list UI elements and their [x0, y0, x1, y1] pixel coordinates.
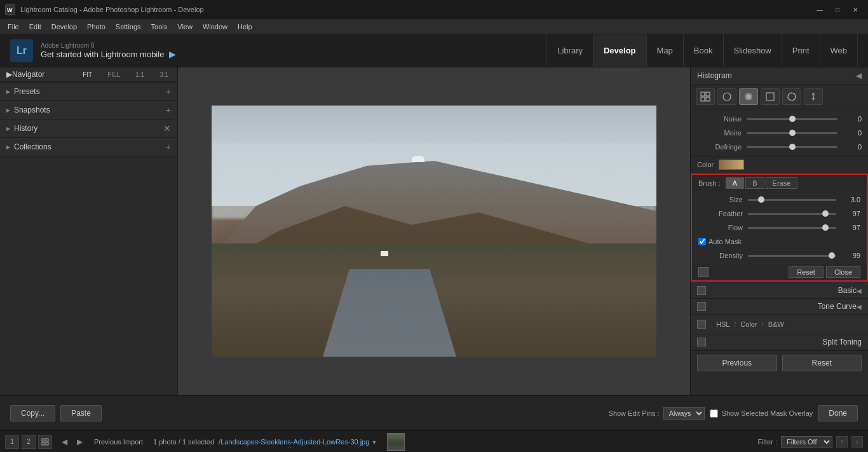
- hsl-label[interactable]: HSL / Color / B&W: [716, 320, 784, 328]
- bw-text[interactable]: B&W: [768, 320, 784, 328]
- flow-slider[interactable]: [748, 227, 836, 229]
- hsl-text[interactable]: HSL: [716, 320, 729, 328]
- color-text[interactable]: Color: [740, 320, 757, 328]
- size-slider[interactable]: [748, 199, 836, 201]
- nav-fill[interactable]: FILL: [105, 71, 123, 79]
- split-toning-icon[interactable]: [697, 338, 706, 346]
- nav-custom[interactable]: 3:1: [157, 71, 171, 79]
- basic-icon[interactable]: [697, 286, 706, 295]
- history-header[interactable]: ▶ History ✕: [0, 120, 177, 137]
- basic-section-header[interactable]: Basic ◀: [691, 283, 868, 299]
- brush-erase-btn[interactable]: Erase: [766, 177, 798, 189]
- basic-collapse[interactable]: ◀: [857, 287, 862, 294]
- histogram-collapse[interactable]: ◀: [856, 71, 862, 80]
- tab-web[interactable]: Web: [820, 34, 858, 67]
- paste-button[interactable]: Paste: [60, 405, 102, 421]
- tab-map[interactable]: Map: [647, 34, 684, 67]
- density-slider[interactable]: [748, 255, 836, 257]
- grad-filter-button[interactable]: [782, 88, 801, 105]
- minimize-button[interactable]: —: [812, 4, 827, 15]
- right-panel: Histogram ◀: [690, 67, 868, 395]
- sort-desc-btn[interactable]: ↓: [851, 436, 863, 448]
- snapshots-header[interactable]: ▶ Snapshots +: [0, 101, 177, 119]
- strip-page-1[interactable]: 1: [5, 435, 19, 449]
- sort-asc-btn[interactable]: ↑: [836, 436, 848, 448]
- tone-curve-header[interactable]: Tone Curve ◀: [691, 299, 868, 315]
- feather-thumb[interactable]: [822, 210, 829, 217]
- flow-thumb[interactable]: [822, 224, 829, 231]
- crop-tool-button[interactable]: [717, 88, 736, 105]
- tab-print[interactable]: Print: [782, 34, 820, 67]
- tab-develop[interactable]: Develop: [593, 34, 647, 67]
- noise-slider[interactable]: [747, 118, 837, 120]
- moire-thumb[interactable]: [789, 130, 796, 136]
- moire-slider[interactable]: [747, 132, 837, 134]
- copy-button[interactable]: Copy...: [10, 405, 55, 421]
- split-toning-header[interactable]: Split Toning: [691, 334, 868, 350]
- hsl-icon[interactable]: [697, 320, 706, 329]
- collections-section: ▶ Collections +: [0, 138, 177, 156]
- strip-page-2[interactable]: 2: [22, 435, 36, 449]
- auto-mask-label[interactable]: Auto Mask: [698, 238, 742, 245]
- menu-edit[interactable]: Edit: [24, 22, 46, 32]
- density-thumb[interactable]: [829, 252, 835, 259]
- previous-button[interactable]: Previous: [697, 355, 777, 371]
- feather-slider[interactable]: [748, 213, 836, 215]
- mask-overlay-checkbox[interactable]: [710, 409, 718, 418]
- overlay-icon[interactable]: [698, 267, 709, 277]
- tone-curve-collapse[interactable]: ◀: [857, 303, 862, 310]
- collections-add-icon[interactable]: +: [166, 142, 171, 152]
- brush-tab-b[interactable]: B: [745, 177, 764, 189]
- menu-photo[interactable]: Photo: [82, 22, 111, 32]
- brush-reset-button[interactable]: Reset: [789, 266, 824, 278]
- defringe-thumb[interactable]: [789, 144, 796, 150]
- mobile-arrow[interactable]: ▶: [169, 49, 176, 59]
- hsl-section-header[interactable]: HSL / Color / B&W: [691, 315, 868, 334]
- red-eye-button[interactable]: [761, 88, 780, 105]
- noise-thumb[interactable]: [789, 116, 796, 122]
- defringe-slider[interactable]: [747, 146, 837, 148]
- photo-thumbnail[interactable]: [387, 433, 405, 451]
- adjust-brush-button[interactable]: [804, 88, 823, 105]
- tab-library[interactable]: Library: [546, 34, 593, 67]
- histogram-header[interactable]: Histogram ◀: [691, 67, 868, 85]
- tab-book[interactable]: Book: [684, 34, 724, 67]
- svg-rect-16: [46, 439, 48, 441]
- size-thumb[interactable]: [758, 196, 764, 203]
- menu-tools[interactable]: Tools: [146, 22, 173, 32]
- menu-view[interactable]: View: [172, 22, 198, 32]
- edit-pins-select[interactable]: Always Auto Never: [663, 407, 705, 420]
- nav-1to1[interactable]: 1:1: [133, 71, 147, 79]
- menu-window[interactable]: Window: [198, 22, 233, 32]
- presets-header[interactable]: ▶ Presets +: [0, 83, 177, 100]
- brush-tab-a[interactable]: A: [726, 177, 744, 189]
- dropdown-icon[interactable]: ▼: [371, 439, 377, 446]
- grid-tool-button[interactable]: [696, 88, 715, 105]
- tone-curve-icon[interactable]: [697, 302, 706, 311]
- color-swatch[interactable]: [719, 160, 744, 170]
- menu-file[interactable]: File: [3, 22, 24, 32]
- maximize-button[interactable]: □: [830, 4, 845, 15]
- reset-button[interactable]: Reset: [782, 355, 862, 371]
- spot-heal-button[interactable]: [739, 88, 758, 105]
- menu-help[interactable]: Help: [233, 22, 257, 32]
- history-close-icon[interactable]: ✕: [163, 123, 171, 134]
- presets-add-icon[interactable]: +: [166, 86, 171, 97]
- done-button[interactable]: Done: [818, 405, 858, 421]
- close-button[interactable]: ✕: [848, 4, 863, 15]
- navigator-header[interactable]: ▶ Navigator FIT FILL 1:1 3:1: [0, 67, 177, 82]
- menu-settings[interactable]: Settings: [111, 22, 146, 32]
- filter-select[interactable]: Filters Off Flagged Unflagged Rated: [781, 436, 832, 448]
- tab-slideshow[interactable]: Slideshow: [724, 34, 782, 67]
- collections-header[interactable]: ▶ Collections +: [0, 138, 177, 156]
- strip-next-btn[interactable]: ▶: [72, 435, 86, 449]
- auto-mask-checkbox[interactable]: [698, 238, 706, 245]
- strip-prev-btn[interactable]: ◀: [57, 435, 71, 449]
- photo-display[interactable]: [212, 106, 656, 357]
- nav-fit[interactable]: FIT: [80, 71, 95, 79]
- brush-close-button[interactable]: Close: [826, 266, 860, 278]
- menu-develop[interactable]: Develop: [46, 22, 82, 32]
- snapshots-add-icon[interactable]: +: [166, 105, 171, 115]
- flow-row: Flow 97: [692, 221, 867, 235]
- strip-grid-btn[interactable]: [38, 435, 52, 449]
